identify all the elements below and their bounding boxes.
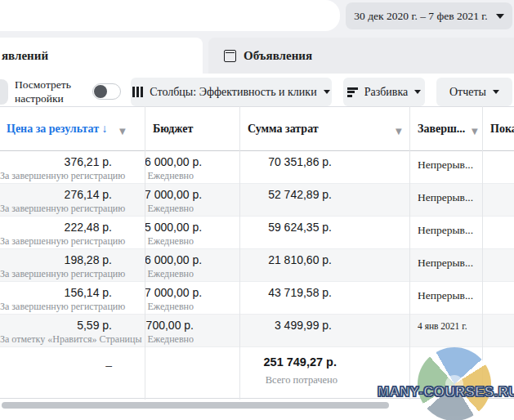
toolbar-cutoff-button[interactable] [0,79,8,105]
toggle-knob [94,85,107,98]
tab-ad-sets-label: явлений [2,49,48,63]
ads-manager-screen: 30 дек 2020 г. – 7 фев 2021 г. явлений О… [0,0,514,420]
column-header-budget[interactable]: Бюджет [153,123,193,136]
budget-note: Ежедневно [145,268,194,280]
spent-value: 70 351,86 р. [239,155,332,168]
spent-value: 52 742,89 р. [239,188,332,201]
end-value: Непрерыв... [418,289,482,302]
sort-desc-icon: ↓ [102,123,108,135]
watermark-text: MANY-COURSES.RU [378,384,514,400]
horizontal-scrollbar[interactable] [2,402,389,409]
chevron-down-icon [496,14,504,19]
tab-ad-sets-partial[interactable]: явлений [0,38,203,74]
budget-value: 7 000,00 р. [145,286,194,299]
cost-note: За завершенную регистрацию [0,301,112,313]
view-settings-toggle[interactable] [92,83,121,100]
end-value: Непрерыв... [418,257,482,270]
chevron-down-icon [414,90,421,94]
breakdown-button-label: Разбивка [364,86,409,99]
budget-note: Ежедневно [145,203,194,215]
chevron-down-icon [324,90,330,94]
cost-note: За завершенную регистрацию [0,268,112,280]
chevron-down-icon [493,90,499,94]
column-header-impressions[interactable]: Показы [490,123,514,136]
date-range-label: 30 дек 2020 г. – 7 фев 2021 г. [354,10,487,23]
end-value: Непрерыв... [418,191,482,204]
spent-value: 43 719,58 р. [239,286,332,299]
column-header-end[interactable]: Заверш... [418,123,465,136]
breakdown-button[interactable]: Разбивка [343,78,425,106]
cost-value: 276,14 р. [0,188,112,201]
cost-note: За отметку «Нравится» Страницы [0,333,112,346]
column-divider [145,106,145,400]
spent-value: 21 810,60 р. [239,253,332,266]
budget-value: 5 000,00 р. [145,221,194,234]
table-row[interactable]: 5,59 р.За отметку «Нравится» Страницы 70… [0,315,514,347]
ads-tab-icon [224,50,236,62]
tab-ads-label: Объявления [244,49,312,63]
cost-value: 198,28 р. [0,253,112,266]
view-settings-label: Посмотреть настройки [15,78,71,105]
breakdown-icon [347,87,358,97]
cost-note: За завершенную регистрацию [0,170,112,182]
date-range-picker[interactable]: 30 дек 2020 г. – 7 фев 2021 г. [346,2,512,29]
budget-note: Ежедневно [145,235,194,248]
top-search-bar[interactable] [0,0,340,31]
tab-ads[interactable]: Объявления [208,38,514,74]
cost-value: 156,14 р. [0,286,112,299]
table-row[interactable]: 222,48 р.За завершенную регистрацию 5 00… [0,217,514,249]
reports-button[interactable]: Отчеты [436,78,512,106]
column-menu-icon[interactable]: ▼ [396,127,402,136]
budget-value: 6 000,00 р. [145,253,194,266]
table-row[interactable]: 198,28 р.За завершенную регистрацию 6 00… [0,249,514,282]
table-row[interactable]: 276,14 р.За завершенную регистрацию 7 00… [0,184,514,217]
budget-note: Ежедневно [145,170,194,182]
end-date-value: 4 янв 2021 г. [418,321,482,331]
columns-button[interactable]: Столбцы: Эффективность и клики [131,78,332,106]
budget-value: 7 000,00 р. [145,188,194,201]
budget-value: 700,00 р. [145,319,194,332]
budget-note: Ежедневно [145,333,194,346]
totals-cost-dash: – [0,359,112,372]
table-header: Цена за результат ↓ ▼ Бюджет Сумма затра… [0,106,514,151]
spent-value: 3 499,99 р. [239,319,332,332]
columns-icon [132,87,143,97]
reports-button-label: Отчеты [449,86,486,99]
table-row[interactable]: 376,21 р.За завершенную регистрацию 6 00… [0,151,514,184]
cost-value: 5,59 р. [0,319,112,332]
column-menu-icon[interactable]: ▼ [119,127,126,136]
columns-button-label: Столбцы: Эффективность и клики [150,86,316,99]
cost-note: За завершенную регистрацию [0,203,112,215]
end-value: Непрерыв... [418,159,482,172]
totals-spent-value: 251 749,27 р. [239,355,337,369]
cost-value: 376,21 р. [0,155,112,168]
column-divider [239,106,240,400]
budget-value: 6 000,00 р. [145,155,194,168]
spent-value: 59 624,35 р. [239,221,332,234]
cost-note: За завершенную регистрацию [0,235,112,248]
totals-spent-note: Всего потрачено [239,374,337,386]
column-header-cost[interactable]: Цена за результат ↓ [7,123,108,136]
column-divider [409,106,410,400]
column-divider [482,106,483,400]
end-value: Непрерыв... [418,224,482,237]
column-header-spent[interactable]: Сумма затрат [248,123,319,136]
budget-note: Ежедневно [145,301,194,313]
cost-value: 222,48 р. [0,221,112,234]
table-row[interactable]: 156,14 р.За завершенную регистрацию 7 00… [0,282,514,315]
column-menu-icon[interactable]: ▼ [472,127,478,136]
